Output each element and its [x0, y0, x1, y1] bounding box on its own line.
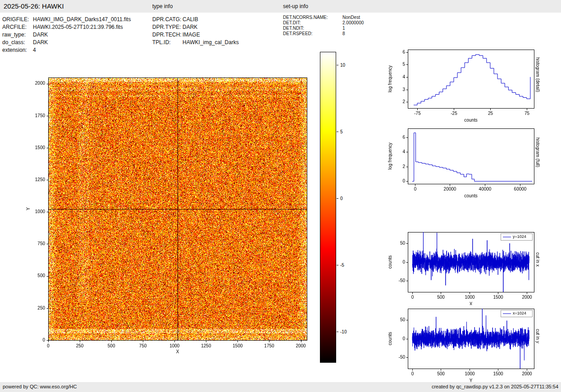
field-label: raw_type: — [2, 32, 33, 38]
field-value: DARK — [182, 24, 197, 30]
field-label: DPR.CATG: — [152, 16, 182, 23]
type-info-row: TPL.ID: HAWKI_img_cal_Darks — [152, 38, 239, 46]
field-value: CALIB — [182, 16, 198, 23]
field-value: HAWKI.2025-05-27T10:21:39.796.fits — [33, 24, 123, 30]
file-info-row: raw_type: DARK — [2, 31, 131, 38]
field-label: do_class: — [2, 39, 33, 46]
field-value: HAWKI_img_cal_Darks — [182, 39, 239, 46]
field-label: extension: — [2, 47, 33, 53]
colorbar-tick-label: 5 — [340, 129, 343, 134]
file-info-row: ORIGFILE: HAWKI_IMG_DARK_Darks147_0011.f… — [2, 15, 131, 23]
type-info-row: DPR.TYPE: DARK — [152, 23, 239, 31]
field-value: DARK — [33, 32, 48, 38]
page-title: 2025-05-26: HAWKI — [4, 2, 64, 10]
file-info-row: extension: 4 — [2, 46, 131, 54]
field-value: 4 — [33, 47, 36, 53]
colorbar — [320, 52, 336, 363]
setup-info-row: DET.NCORRS.NAME: NonDest — [283, 14, 364, 20]
type-info-row: DPR.CATG: CALIB — [152, 15, 239, 23]
file-info-row: do_class: DARK — [2, 38, 131, 46]
setup-info-row: DET.DIT: 2.0000000 — [283, 20, 364, 25]
type-info-row: DPR.TECH: IMAGE — [152, 31, 239, 38]
type-info-header: type info — [152, 3, 173, 9]
cut-in-x-chart — [386, 228, 538, 307]
colorbar-tick-label: -5 — [340, 263, 344, 268]
setup-info-header: set-up info — [283, 3, 308, 9]
field-value: HAWKI_IMG_DARK_Darks147_0011.fits — [33, 16, 131, 23]
colorbar-tick-label: 10 — [340, 63, 345, 68]
colorbar-tick — [337, 198, 338, 199]
file-info-block: ORIGFILE: HAWKI_IMG_DARK_Darks147_0011.f… — [2, 15, 131, 54]
field-value: 2.0000000 — [342, 20, 364, 25]
colorbar-tick — [337, 132, 338, 132]
header-bar: 2025-05-26: HAWKI type info set-up info — [0, 0, 561, 13]
field-label: DPR.TECH: — [152, 32, 182, 38]
setup-info-block: DET.NCORRS.NAME: NonDest DET.DIT: 2.0000… — [283, 14, 364, 36]
colorbar-tick — [337, 332, 338, 332]
field-label: TPL.ID: — [152, 39, 182, 46]
histogram-detail-chart — [386, 46, 538, 123]
colorbar-tick — [337, 65, 338, 65]
field-label: DPR.TYPE: — [152, 24, 182, 30]
field-value: NonDest — [342, 15, 360, 20]
colorbar-tick — [337, 265, 338, 265]
field-value: IMAGE — [182, 32, 200, 38]
cut-in-y-chart — [386, 305, 538, 384]
field-value: 1 — [342, 26, 345, 31]
footer-left-text: powered by QC: www.eso.org/HC — [3, 384, 77, 389]
colorbar-tick-label: 0 — [340, 196, 343, 201]
cut-in-x-side-label: cut in x — [535, 252, 540, 267]
field-label: DET.DIT: — [283, 20, 342, 25]
histogram-full-chart — [386, 125, 538, 199]
qc-report-page: 2025-05-26: HAWKI type info set-up info … — [0, 0, 561, 392]
cut-in-y-side-label: cut in y — [535, 329, 540, 343]
setup-info-row: DET.NDIT: 1 — [283, 25, 364, 31]
footer-right-text: created by qc_rawdisp.py v1.2.3 on 2025-… — [432, 384, 558, 389]
field-label: DET.RSPEED: — [283, 31, 342, 36]
type-info-block: DPR.CATG: CALIB DPR.TYPE: DARK DPR.TECH:… — [152, 15, 239, 46]
histogram-full-side-label: histogram (full) — [535, 137, 540, 167]
colorbar-tick-label: -10 — [340, 329, 347, 334]
field-value: DARK — [33, 39, 48, 46]
setup-info-row: DET.RSPEED: 8 — [283, 31, 364, 36]
dark-frame-image-plot — [23, 72, 320, 365]
field-value: 8 — [342, 31, 345, 36]
field-label: DET.NDIT: — [283, 26, 342, 31]
field-label: ORIGFILE: — [2, 16, 33, 23]
field-label: ARCFILE: — [2, 24, 33, 30]
histogram-detail-side-label: histogram (detail) — [535, 57, 540, 92]
field-label: DET.NCORRS.NAME: — [283, 15, 342, 20]
file-info-row: ARCFILE: HAWKI.2025-05-27T10:21:39.796.f… — [2, 23, 131, 31]
